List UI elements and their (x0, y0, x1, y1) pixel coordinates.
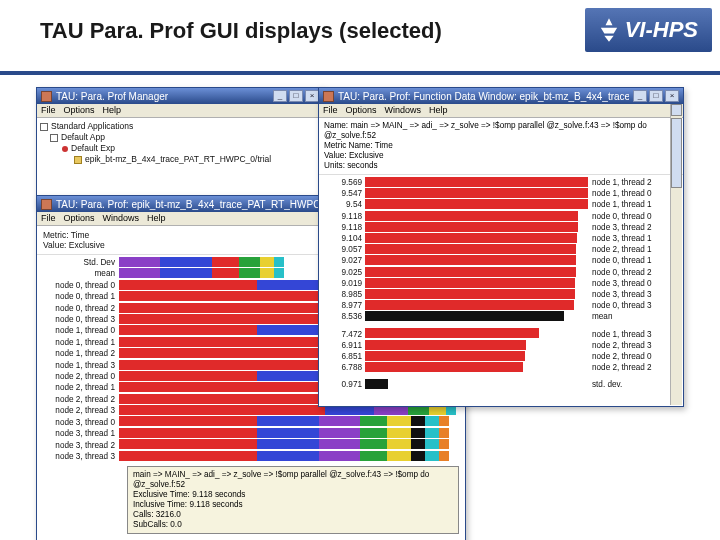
bar-segment[interactable] (119, 382, 325, 392)
func-bar-row[interactable] (365, 362, 589, 372)
bar-segment[interactable] (119, 257, 160, 267)
bar-segment[interactable] (119, 348, 325, 358)
bar-segment[interactable] (119, 360, 325, 370)
menu-windows[interactable]: Windows (385, 105, 422, 116)
bar-segment[interactable] (387, 416, 411, 426)
bar-segment[interactable] (257, 428, 319, 438)
bar-segment[interactable] (119, 439, 257, 449)
bar-segment[interactable] (319, 451, 360, 461)
maximize-button[interactable]: □ (289, 90, 303, 102)
func-bar-row[interactable] (365, 211, 589, 221)
menu-help[interactable]: Help (147, 213, 166, 224)
bar-segment[interactable] (119, 314, 325, 324)
func-bar[interactable] (365, 244, 576, 254)
tree-exp[interactable]: Default Exp (71, 143, 115, 154)
menu-file[interactable]: File (41, 105, 56, 116)
bar-segment[interactable] (411, 416, 425, 426)
bar-segment[interactable] (260, 257, 274, 267)
bar-segment[interactable] (257, 371, 319, 381)
func-bar[interactable] (365, 300, 574, 310)
bar-segment[interactable] (212, 268, 240, 278)
bar-segment[interactable] (411, 451, 425, 461)
func-bar-row[interactable] (365, 177, 589, 187)
bar-segment[interactable] (425, 416, 439, 426)
scroll-up-button[interactable] (671, 104, 682, 116)
bar-segment[interactable] (387, 439, 411, 449)
close-button[interactable]: × (305, 90, 319, 102)
bar-segment[interactable] (411, 439, 425, 449)
bar-segment[interactable] (274, 268, 284, 278)
menu-options[interactable]: Options (64, 105, 95, 116)
bar-segment[interactable] (319, 416, 360, 426)
func-bar-row[interactable] (365, 244, 589, 254)
func-bar-row[interactable] (365, 233, 589, 243)
bar-segment[interactable] (119, 325, 257, 335)
bar-segment[interactable] (119, 291, 325, 301)
func-bar-row[interactable] (365, 199, 589, 209)
bar-segment[interactable] (360, 439, 388, 449)
bar-segment[interactable] (160, 268, 212, 278)
func-bar[interactable] (365, 340, 526, 350)
func-bar-row[interactable] (365, 289, 589, 299)
bar-segment[interactable] (387, 451, 411, 461)
bar-segment[interactable] (360, 416, 388, 426)
bar-segment[interactable] (160, 257, 212, 267)
func-bar-row[interactable] (365, 351, 589, 361)
profile-bar-row[interactable] (119, 439, 463, 449)
maximize-button[interactable]: □ (649, 90, 663, 102)
func-bar[interactable] (365, 278, 575, 288)
application-tree[interactable]: Standard Applications Default App Defaul… (37, 118, 323, 168)
bar-segment[interactable] (425, 439, 439, 449)
func-bar[interactable] (365, 362, 523, 372)
menu-options[interactable]: Options (64, 213, 95, 224)
menu-file[interactable]: File (323, 105, 338, 116)
func-bar[interactable] (365, 351, 525, 361)
func-bar[interactable] (365, 311, 564, 321)
bar-segment[interactable] (119, 303, 325, 313)
bar-segment[interactable] (257, 325, 319, 335)
bar-segment[interactable] (119, 268, 160, 278)
func-bar-row[interactable] (365, 255, 589, 265)
func-bar-row[interactable] (365, 340, 589, 350)
bar-segment[interactable] (425, 428, 439, 438)
bar-segment[interactable] (119, 451, 257, 461)
func-bar[interactable] (365, 379, 388, 389)
bar-segment[interactable] (119, 371, 257, 381)
menu-file[interactable]: File (41, 213, 56, 224)
profile-bar-row[interactable] (119, 451, 463, 461)
bar-segment[interactable] (257, 439, 319, 449)
func-bar[interactable] (365, 267, 576, 277)
tree-app[interactable]: Default App (61, 132, 105, 143)
bar-segment[interactable] (257, 280, 319, 290)
bar-segment[interactable] (360, 428, 388, 438)
window-titlebar[interactable]: TAU: Para. Prof: Function Data Window: e… (319, 88, 683, 104)
tree-root[interactable]: Standard Applications (51, 121, 133, 132)
close-button[interactable]: × (665, 90, 679, 102)
profile-bar-row[interactable] (119, 428, 463, 438)
func-bar-row[interactable] (365, 188, 589, 198)
func-bar[interactable] (365, 211, 578, 221)
bar-segment[interactable] (239, 257, 260, 267)
func-bar[interactable] (365, 222, 578, 232)
menu-help[interactable]: Help (103, 105, 122, 116)
bar-segment[interactable] (119, 337, 325, 347)
minimize-button[interactable]: _ (633, 90, 647, 102)
bar-segment[interactable] (319, 428, 360, 438)
bar-column[interactable] (365, 177, 589, 391)
bar-segment[interactable] (387, 428, 411, 438)
bar-segment[interactable] (319, 439, 360, 449)
bar-segment[interactable] (274, 257, 284, 267)
func-bar[interactable] (365, 177, 588, 187)
profile-bar-row[interactable] (119, 416, 463, 426)
bar-segment[interactable] (119, 428, 257, 438)
window-titlebar[interactable]: TAU: Para. Prof Manager _ □ × (37, 88, 323, 104)
bar-segment[interactable] (439, 451, 449, 461)
bar-segment[interactable] (257, 416, 319, 426)
bar-segment[interactable] (257, 451, 319, 461)
func-bar-row[interactable] (365, 311, 589, 321)
menu-help[interactable]: Help (429, 105, 448, 116)
func-bar-row[interactable] (365, 328, 589, 338)
func-bar[interactable] (365, 188, 588, 198)
bar-segment[interactable] (119, 405, 325, 415)
bar-segment[interactable] (212, 257, 240, 267)
